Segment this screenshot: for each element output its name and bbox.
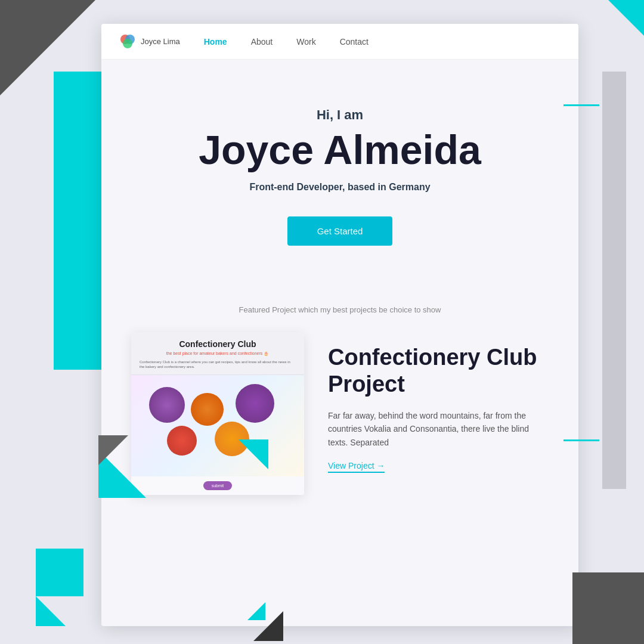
nav-contact[interactable]: Contact: [340, 36, 369, 47]
cupcake-decoration-4: [167, 426, 197, 456]
nav-home[interactable]: Home: [204, 36, 227, 47]
featured-label: Featured Project which my best projects …: [125, 305, 555, 314]
deco-bottom-left-triangle: [36, 596, 66, 626]
project-body: Far far away, behind the word mountains,…: [328, 409, 549, 449]
hero-greeting: Hi, I am: [125, 107, 555, 123]
mockup-title: Confectionery Club: [140, 339, 296, 349]
navbar-links: Home About Work Contact: [204, 36, 369, 47]
nav-work[interactable]: Work: [296, 36, 315, 47]
mockup-submit-button[interactable]: submit: [203, 481, 233, 490]
mockup-image: [131, 375, 304, 476]
nav-work-link[interactable]: Work: [296, 37, 315, 47]
project-description: Confectionery Club Project Far far away,…: [328, 332, 549, 473]
cupcake-decoration-1: [149, 387, 185, 423]
nav-home-link[interactable]: Home: [204, 37, 227, 47]
navbar-logo[interactable]: Joyce Lima: [119, 33, 180, 50]
project-title: Confectionery Club Project: [328, 344, 549, 398]
project-mockup: Confectionery Club the best place for am…: [131, 332, 304, 495]
deco-right-cyan-line-bottom: [564, 439, 599, 441]
mockup-body: Confectionery Club is a channel where yo…: [140, 360, 296, 370]
hero-subtitle: Front-end Developer, based in Germany: [125, 182, 555, 193]
deco-bottom-left-cyan: [36, 549, 83, 596]
mockup-header: Confectionery Club the best place for am…: [131, 332, 304, 375]
deco-right-gray-bar: [602, 72, 626, 489]
cupcake-decoration-5: [215, 422, 249, 456]
hero-section: Hi, I am Joyce Almeida Front-end Develop…: [101, 60, 578, 281]
deco-left-cyan-bar: [54, 72, 101, 370]
mockup-desc: the best place for amateur bakers and co…: [140, 351, 296, 356]
nav-about-link[interactable]: About: [251, 37, 273, 47]
svg-point-2: [123, 39, 132, 48]
deco-bottom-right-dark: [572, 572, 644, 644]
featured-section: Featured Project which my best projects …: [101, 281, 578, 507]
nav-contact-link[interactable]: Contact: [340, 37, 369, 47]
hero-name: Joyce Almeida: [125, 128, 555, 172]
nav-about[interactable]: About: [251, 36, 273, 47]
project-row: Confectionery Club the best place for am…: [125, 332, 555, 495]
browser-window: Joyce Lima Home About Work Contact Hi, I…: [101, 24, 578, 626]
deco-right-cyan-line-top: [564, 104, 599, 106]
navbar: Joyce Lima Home About Work Contact: [101, 24, 578, 60]
cupcake-decoration-3: [236, 384, 274, 423]
get-started-button[interactable]: Get Started: [287, 216, 393, 246]
cupcake-decoration-2: [191, 393, 224, 426]
project-link[interactable]: View Project →: [328, 461, 385, 473]
deco-corner-top-right-cyan: [608, 0, 644, 36]
logo-text: Joyce Lima: [141, 37, 180, 46]
mockup-footer: submit: [131, 476, 304, 495]
logo-icon: [119, 33, 136, 50]
